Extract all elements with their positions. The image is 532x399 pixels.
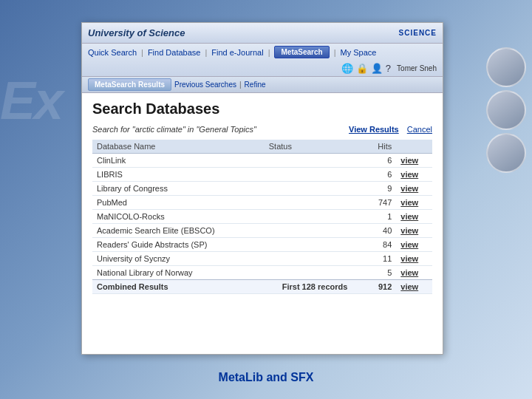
quick-search-link[interactable]: Quick Search	[88, 48, 137, 57]
col-view-header	[396, 140, 432, 154]
page-title: Search Databases	[92, 100, 432, 117]
main-window: University of Science SCIENCE Quick Sear…	[81, 22, 443, 355]
combined-results-row: Combined Results First 128 records 912 v…	[92, 280, 432, 294]
cell-db-name: National Library of Norway	[92, 266, 265, 280]
table-row: Readers' Guide Abstracts (SP) 84 view	[92, 238, 432, 252]
combined-label: Combined Results	[92, 280, 265, 294]
deco-circle-3	[486, 133, 526, 173]
science-badge: SCIENCE	[399, 29, 437, 37]
toolbar-row2: MetaSearch Results Previous Searches | R…	[82, 77, 443, 93]
cell-db-name: University of Sycnzy	[92, 252, 265, 266]
cell-status	[265, 168, 366, 182]
cell-hits: 11	[365, 252, 396, 266]
cell-status	[265, 266, 366, 280]
cell-db-name: Academic Search Elite (EBSCO)	[92, 224, 265, 238]
cell-status	[265, 154, 366, 168]
table-row: PubMed 747 view	[92, 196, 432, 210]
cell-db-name: ClinLink	[92, 154, 265, 168]
find-ejournal-link[interactable]: Find e-Journal	[211, 48, 263, 57]
bottom-text: MetaLib and SFX	[219, 371, 314, 384]
breadcrumb-sep: |	[239, 81, 242, 89]
cell-view-link[interactable]: view	[396, 168, 432, 182]
person-icon[interactable]: 👤	[371, 63, 383, 74]
search-info-bar: Search for "arctic climate" in "General …	[92, 125, 432, 134]
sep2: |	[205, 48, 207, 57]
cell-view-link[interactable]: view	[396, 266, 432, 280]
combined-hits: 912	[365, 280, 396, 294]
col-hits: Hits	[365, 140, 396, 154]
action-links: View Results Cancel	[349, 125, 432, 134]
cell-view-link[interactable]: view	[396, 238, 432, 252]
cell-hits: 747	[365, 196, 396, 210]
table-row: National Library of Norway 5 view	[92, 266, 432, 280]
results-table: Database Name Status Hits ClinLink 6 vie…	[92, 140, 432, 294]
find-database-link[interactable]: Find Database	[148, 48, 201, 57]
table-row: ClinLink 6 view	[92, 154, 432, 168]
cell-hits: 5	[365, 266, 396, 280]
content-area: Search Databases Search for "arctic clim…	[82, 93, 443, 354]
deco-circle-2	[486, 90, 526, 130]
my-space-link[interactable]: My Space	[340, 48, 376, 57]
cell-hits: 40	[365, 224, 396, 238]
metasearch-button[interactable]: MetaSearch	[274, 46, 329, 58]
search-tab[interactable]: MetaSearch Results	[88, 78, 171, 91]
cell-view-link[interactable]: view	[396, 182, 432, 196]
col-status: Status	[265, 140, 366, 154]
sep1: |	[141, 48, 143, 57]
cell-status	[265, 238, 366, 252]
breadcrumb-refine[interactable]: Refine	[245, 81, 266, 89]
table-row: Academic Search Elite (EBSCO) 40 view	[92, 224, 432, 238]
table-row: Library of Congress 9 view	[92, 182, 432, 196]
table-header: Database Name Status Hits	[92, 140, 432, 154]
cell-view-link[interactable]: view	[396, 196, 432, 210]
table-row: University of Sycnzy 11 view	[92, 252, 432, 266]
breadcrumb-previous-searches[interactable]: Previous Searches	[174, 81, 236, 89]
search-query: Search for "arctic climate" in "General …	[92, 125, 256, 134]
cell-view-link[interactable]: view	[396, 210, 432, 224]
cell-hits: 1	[365, 210, 396, 224]
window-title: University of Science	[88, 27, 185, 38]
view-results-link[interactable]: View Results	[349, 125, 399, 134]
table-row: MaNICOLO-Rocks 1 view	[92, 210, 432, 224]
sep3: |	[268, 48, 270, 57]
table-row: LIBRIS 6 view	[92, 168, 432, 182]
cell-hits: 9	[365, 182, 396, 196]
cell-view-link[interactable]: view	[396, 224, 432, 238]
help-icon[interactable]: ?	[386, 63, 391, 74]
cell-view-link[interactable]: view	[396, 252, 432, 266]
col-database-name: Database Name	[92, 140, 265, 154]
toolbar-row1: Quick Search | Find Database | Find e-Jo…	[82, 44, 443, 77]
bottom-text-label: MetaLib and SFX	[219, 371, 314, 383]
deco-circle-1	[486, 47, 526, 87]
cell-db-name: Readers' Guide Abstracts (SP)	[92, 238, 265, 252]
window-topbar: University of Science SCIENCE	[82, 23, 443, 44]
lock-icon[interactable]: 🔒	[356, 63, 368, 74]
cell-status	[265, 182, 366, 196]
cell-status	[265, 224, 366, 238]
cell-status	[265, 252, 366, 266]
cell-view-link[interactable]: view	[396, 154, 432, 168]
globe-icon[interactable]: 🌐	[341, 63, 353, 74]
combined-view-link[interactable]: view	[396, 280, 432, 294]
left-decoration: Ex	[0, 74, 62, 127]
combined-first-records: First 128 records	[265, 280, 366, 294]
cell-status	[265, 210, 366, 224]
cell-hits: 6	[365, 154, 396, 168]
sep4: |	[334, 48, 336, 57]
cell-db-name: Library of Congress	[92, 182, 265, 196]
right-decoration	[480, 44, 532, 192]
user-name: Tomer Sneh	[397, 64, 437, 72]
cancel-link[interactable]: Cancel	[407, 125, 432, 134]
cell-hits: 6	[365, 168, 396, 182]
cell-db-name: MaNICOLO-Rocks	[92, 210, 265, 224]
toolbar-icons: 🌐 🔒 👤 ? Tomer Sneh	[341, 63, 437, 74]
cell-db-name: LIBRIS	[92, 168, 265, 182]
cell-db-name: PubMed	[92, 196, 265, 210]
cell-status	[265, 196, 366, 210]
table-body: ClinLink 6 view LIBRIS 6 view Library of…	[92, 154, 432, 294]
cell-hits: 84	[365, 238, 396, 252]
